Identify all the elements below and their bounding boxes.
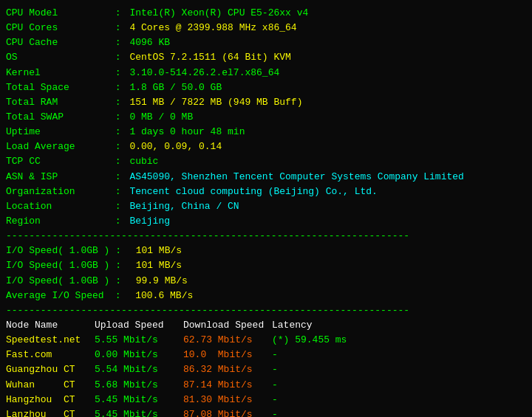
cpu-cores-label: CPU Cores bbox=[6, 21, 109, 35]
io3-label: I/O Speed( 1.0GB ) bbox=[6, 274, 109, 289]
org-label: Organization bbox=[6, 185, 109, 199]
io-avg-label: Average I/O Speed bbox=[6, 289, 109, 303]
io1-label: I/O Speed( 1.0GB ) bbox=[6, 244, 109, 258]
asn-line: ASN & ISP : AS45090, Shenzhen Tencent Co… bbox=[6, 170, 526, 185]
download-speed: 62.73 Mbit/s bbox=[183, 333, 272, 348]
latency: - bbox=[272, 407, 278, 417]
region-value: Beijing bbox=[129, 214, 170, 229]
node-name: Fast.com bbox=[6, 348, 95, 362]
cpu-model-label: CPU Model bbox=[6, 6, 109, 21]
download-speed: 86.32 Mbit/s bbox=[183, 362, 272, 377]
asn-label: ASN & ISP bbox=[6, 170, 109, 185]
latency: (*) 59.455 ms bbox=[272, 333, 347, 348]
io1-value: 101 MB/s bbox=[136, 244, 182, 258]
total-ram-label: Total RAM bbox=[6, 95, 109, 110]
divider-1: ----------------------------------------… bbox=[6, 229, 526, 244]
download-speed: 10.0 Mbit/s bbox=[183, 348, 272, 362]
region-label: Region bbox=[6, 214, 109, 229]
cpu-model-line: CPU Model : Intel(R) Xeon(R) CPU E5-26xx… bbox=[6, 6, 526, 21]
io-avg-value: 100.6 MB/s bbox=[135, 289, 193, 303]
total-swap-label: Total SWAP bbox=[6, 110, 109, 125]
uptime-value: 1 days 0 hour 48 min bbox=[129, 125, 245, 139]
upload-speed: 5.45 Mbit/s bbox=[95, 393, 183, 407]
cpu-cache-value: 4096 KB bbox=[129, 35, 170, 50]
table-row: Lanzhou CT 5.45 Mbit/s 87.08 Mbit/s - bbox=[6, 407, 526, 417]
table-header: Node Name Upload Speed Download Speed La… bbox=[6, 318, 526, 333]
cpu-cores-line: CPU Cores : 4 Cores @ 2399.988 MHz x86_6… bbox=[6, 21, 526, 35]
io2-label: I/O Speed( 1.0GB ) bbox=[6, 258, 109, 273]
node-name: Lanzhou CT bbox=[6, 407, 95, 417]
io3-value: 99.9 MB/s bbox=[136, 274, 188, 289]
node-name: Speedtest.net bbox=[6, 333, 95, 348]
table-row: Hangzhou CT 5.45 Mbit/s 81.30 Mbit/s - bbox=[6, 393, 526, 407]
download-speed: 87.14 Mbit/s bbox=[183, 378, 272, 393]
upload-speed: 5.54 Mbit/s bbox=[95, 362, 183, 377]
latency: - bbox=[272, 378, 278, 393]
io2-value: 101 MB/s bbox=[136, 258, 182, 273]
total-space-value: 1.8 GB / 50.0 GB bbox=[129, 80, 222, 95]
node-name: Wuhan CT bbox=[6, 378, 95, 393]
tcp-cc-label: TCP CC bbox=[6, 154, 109, 169]
os-line: OS : CentOS 7.2.1511 (64 Bit) KVM bbox=[6, 50, 526, 65]
col-latency-header: Latency bbox=[272, 318, 313, 333]
download-speed: 87.08 Mbit/s bbox=[183, 407, 272, 417]
table-rows: Speedtest.net 5.55 Mbit/s 62.73 Mbit/s (… bbox=[6, 333, 526, 417]
col-node-header: Node Name bbox=[6, 318, 95, 333]
table-row: Guangzhou CT 5.54 Mbit/s 86.32 Mbit/s - bbox=[6, 362, 526, 377]
io-avg-line: Average I/O Speed : 100.6 MB/s bbox=[6, 289, 526, 303]
location-line: Location : Beijing, China / CN bbox=[6, 199, 526, 214]
kernel-value: 3.10.0-514.26.2.el7.x86_64 bbox=[129, 66, 279, 80]
region-line: Region : Beijing bbox=[6, 214, 526, 229]
io2-line: I/O Speed( 1.0GB ) : 101 MB/s bbox=[6, 258, 526, 273]
os-label: OS bbox=[6, 50, 109, 65]
load-avg-value: 0.00, 0.09, 0.14 bbox=[129, 139, 222, 154]
upload-speed: 5.45 Mbit/s bbox=[95, 407, 183, 417]
total-ram-value: 151 MB / 7822 MB (949 MB Buff) bbox=[129, 95, 302, 110]
node-name: Hangzhou CT bbox=[6, 393, 95, 407]
upload-speed: 0.00 Mbit/s bbox=[95, 348, 183, 362]
cpu-cache-line: CPU Cache : 4096 KB bbox=[6, 35, 526, 50]
total-space-label: Total Space bbox=[6, 80, 109, 95]
org-line: Organization : Tencent cloud computing (… bbox=[6, 185, 526, 199]
download-speed: 81.30 Mbit/s bbox=[183, 393, 272, 407]
node-name: Guangzhou CT bbox=[6, 362, 95, 377]
total-swap-value: 0 MB / 0 MB bbox=[129, 110, 193, 125]
total-swap-line: Total SWAP : 0 MB / 0 MB bbox=[6, 110, 526, 125]
latency: - bbox=[272, 362, 278, 377]
load-avg-line: Load Average : 0.00, 0.09, 0.14 bbox=[6, 139, 526, 154]
kernel-label: Kernel bbox=[6, 66, 109, 80]
os-value: CentOS 7.2.1511 (64 Bit) KVM bbox=[129, 50, 290, 65]
io1-line: I/O Speed( 1.0GB ) : 101 MB/s bbox=[6, 244, 526, 258]
latency: - bbox=[272, 393, 278, 407]
org-value: Tencent cloud computing (Beijing) Co., L… bbox=[129, 185, 377, 199]
cpu-cache-label: CPU Cache bbox=[6, 35, 109, 50]
cpu-cores-value: 4 Cores @ 2399.988 MHz x86_64 bbox=[129, 21, 296, 35]
table-row: Speedtest.net 5.55 Mbit/s 62.73 Mbit/s (… bbox=[6, 333, 526, 348]
total-space-line: Total Space : 1.8 GB / 50.0 GB bbox=[6, 80, 526, 95]
asn-value: AS45090, Shenzhen Tencent Computer Syste… bbox=[129, 170, 463, 185]
load-avg-label: Load Average bbox=[6, 139, 109, 154]
io3-line: I/O Speed( 1.0GB ) : 99.9 MB/s bbox=[6, 274, 526, 289]
col-download-header: Download Speed bbox=[183, 318, 272, 333]
table-row: Fast.com 0.00 Mbit/s 10.0 Mbit/s - bbox=[6, 348, 526, 362]
location-value: Beijing, China / CN bbox=[129, 199, 239, 214]
tcp-cc-line: TCP CC : cubic bbox=[6, 154, 526, 169]
upload-speed: 5.55 Mbit/s bbox=[95, 333, 183, 348]
uptime-line: Uptime : 1 days 0 hour 48 min bbox=[6, 125, 526, 139]
latency: - bbox=[272, 348, 278, 362]
cpu-model-value: Intel(R) Xeon(R) CPU E5-26xx v4 bbox=[129, 6, 308, 21]
location-label: Location bbox=[6, 199, 109, 214]
tcp-cc-value: cubic bbox=[129, 154, 158, 169]
total-ram-line: Total RAM : 151 MB / 7822 MB (949 MB Buf… bbox=[6, 95, 526, 110]
upload-speed: 5.68 Mbit/s bbox=[95, 378, 183, 393]
kernel-line: Kernel : 3.10.0-514.26.2.el7.x86_64 bbox=[6, 66, 526, 80]
col-upload-header: Upload Speed bbox=[95, 318, 183, 333]
divider-2: ----------------------------------------… bbox=[6, 303, 526, 318]
terminal-output: CPU Model : Intel(R) Xeon(R) CPU E5-26xx… bbox=[6, 6, 526, 417]
table-row: Wuhan CT 5.68 Mbit/s 87.14 Mbit/s - bbox=[6, 378, 526, 393]
uptime-label: Uptime bbox=[6, 125, 109, 139]
